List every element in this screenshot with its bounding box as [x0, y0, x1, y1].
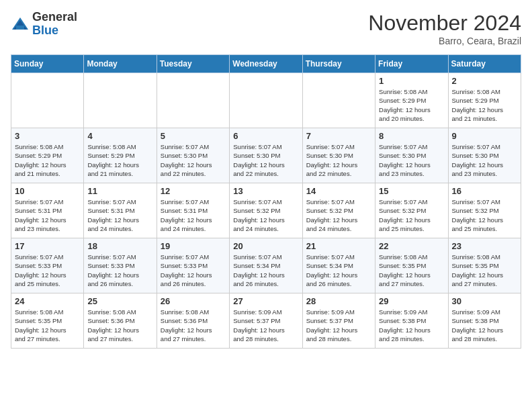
table-cell: 8Sunrise: 5:07 AM Sunset: 5:30 PM Daylig… [375, 128, 448, 183]
table-cell: 12Sunrise: 5:07 AM Sunset: 5:31 PM Dayli… [157, 183, 229, 238]
weekday-header-monday: Monday [84, 55, 157, 73]
page-header: General Blue November 2024 Barro, Ceara,… [11, 11, 521, 46]
day-number: 18 [87, 241, 152, 251]
weekday-header-friday: Friday [375, 55, 448, 73]
day-info: Sunrise: 5:07 AM Sunset: 5:34 PM Dayligh… [306, 253, 371, 288]
table-cell: 30Sunrise: 5:09 AM Sunset: 5:38 PM Dayli… [448, 293, 521, 349]
table-cell: 24Sunrise: 5:08 AM Sunset: 5:35 PM Dayli… [11, 293, 84, 349]
calendar-week-4: 17Sunrise: 5:07 AM Sunset: 5:33 PM Dayli… [11, 238, 521, 293]
table-cell: 25Sunrise: 5:08 AM Sunset: 5:36 PM Dayli… [84, 293, 157, 349]
table-cell: 26Sunrise: 5:08 AM Sunset: 5:36 PM Dayli… [157, 293, 229, 349]
calendar-week-2: 3Sunrise: 5:08 AM Sunset: 5:29 PM Daylig… [11, 128, 521, 183]
day-number: 19 [161, 241, 226, 251]
weekday-header-saturday: Saturday [448, 55, 521, 73]
table-cell: 2Sunrise: 5:08 AM Sunset: 5:29 PM Daylig… [448, 73, 521, 128]
day-info: Sunrise: 5:08 AM Sunset: 5:29 PM Dayligh… [15, 142, 80, 178]
day-number: 4 [87, 131, 152, 141]
day-number: 7 [306, 131, 371, 141]
table-cell: 9Sunrise: 5:07 AM Sunset: 5:30 PM Daylig… [448, 128, 521, 183]
day-info: Sunrise: 5:08 AM Sunset: 5:29 PM Dayligh… [379, 87, 444, 123]
svg-rect-2 [16, 26, 24, 30]
day-number: 27 [233, 296, 298, 306]
day-info: Sunrise: 5:07 AM Sunset: 5:30 PM Dayligh… [452, 142, 517, 178]
table-cell [11, 73, 84, 128]
table-cell: 15Sunrise: 5:07 AM Sunset: 5:32 PM Dayli… [375, 183, 448, 238]
day-number: 23 [452, 241, 517, 251]
day-number: 30 [452, 296, 517, 306]
day-info: Sunrise: 5:07 AM Sunset: 5:31 PM Dayligh… [15, 197, 80, 233]
table-cell: 21Sunrise: 5:07 AM Sunset: 5:34 PM Dayli… [302, 238, 375, 293]
logo: General Blue [11, 11, 77, 38]
table-cell: 27Sunrise: 5:09 AM Sunset: 5:37 PM Dayli… [230, 293, 302, 349]
day-number: 11 [87, 186, 152, 196]
day-number: 5 [161, 131, 226, 141]
day-info: Sunrise: 5:07 AM Sunset: 5:31 PM Dayligh… [87, 197, 152, 233]
day-info: Sunrise: 5:07 AM Sunset: 5:30 PM Dayligh… [233, 142, 298, 178]
day-info: Sunrise: 5:07 AM Sunset: 5:30 PM Dayligh… [161, 142, 226, 178]
table-cell: 13Sunrise: 5:07 AM Sunset: 5:32 PM Dayli… [230, 183, 302, 238]
table-cell: 16Sunrise: 5:07 AM Sunset: 5:32 PM Dayli… [448, 183, 521, 238]
table-cell: 3Sunrise: 5:08 AM Sunset: 5:29 PM Daylig… [11, 128, 84, 183]
day-info: Sunrise: 5:07 AM Sunset: 5:33 PM Dayligh… [15, 253, 80, 288]
day-info: Sunrise: 5:09 AM Sunset: 5:37 PM Dayligh… [233, 308, 298, 343]
day-info: Sunrise: 5:09 AM Sunset: 5:38 PM Dayligh… [452, 308, 517, 343]
day-info: Sunrise: 5:08 AM Sunset: 5:36 PM Dayligh… [161, 308, 226, 343]
day-number: 14 [306, 186, 371, 196]
day-number: 6 [233, 131, 298, 141]
day-number: 22 [379, 241, 444, 251]
logo-general-text: General [32, 11, 77, 24]
day-info: Sunrise: 5:07 AM Sunset: 5:32 PM Dayligh… [452, 197, 517, 233]
day-info: Sunrise: 5:08 AM Sunset: 5:35 PM Dayligh… [452, 253, 517, 288]
table-cell: 1Sunrise: 5:08 AM Sunset: 5:29 PM Daylig… [375, 73, 448, 128]
day-number: 13 [233, 186, 298, 196]
table-cell: 7Sunrise: 5:07 AM Sunset: 5:30 PM Daylig… [302, 128, 375, 183]
day-info: Sunrise: 5:07 AM Sunset: 5:32 PM Dayligh… [306, 197, 371, 233]
day-info: Sunrise: 5:07 AM Sunset: 5:33 PM Dayligh… [87, 253, 152, 288]
calendar-table: SundayMondayTuesdayWednesdayThursdayFrid… [11, 54, 521, 349]
day-info: Sunrise: 5:08 AM Sunset: 5:29 PM Dayligh… [87, 142, 152, 178]
table-cell: 19Sunrise: 5:07 AM Sunset: 5:33 PM Dayli… [157, 238, 229, 293]
day-number: 24 [15, 296, 80, 306]
day-info: Sunrise: 5:07 AM Sunset: 5:31 PM Dayligh… [161, 197, 226, 233]
calendar-body: 1Sunrise: 5:08 AM Sunset: 5:29 PM Daylig… [11, 73, 521, 349]
logo-text: General Blue [32, 11, 77, 38]
calendar-header: SundayMondayTuesdayWednesdayThursdayFrid… [11, 55, 521, 73]
day-info: Sunrise: 5:07 AM Sunset: 5:32 PM Dayligh… [379, 197, 444, 233]
day-number: 21 [306, 241, 371, 251]
day-number: 15 [379, 186, 444, 196]
calendar-week-3: 10Sunrise: 5:07 AM Sunset: 5:31 PM Dayli… [11, 183, 521, 238]
table-cell [230, 73, 302, 128]
day-info: Sunrise: 5:08 AM Sunset: 5:29 PM Dayligh… [452, 87, 517, 123]
table-cell: 17Sunrise: 5:07 AM Sunset: 5:33 PM Dayli… [11, 238, 84, 293]
table-cell: 10Sunrise: 5:07 AM Sunset: 5:31 PM Dayli… [11, 183, 84, 238]
weekday-header-sunday: Sunday [11, 55, 84, 73]
weekday-header-tuesday: Tuesday [157, 55, 229, 73]
table-cell: 14Sunrise: 5:07 AM Sunset: 5:32 PM Dayli… [302, 183, 375, 238]
table-cell: 5Sunrise: 5:07 AM Sunset: 5:30 PM Daylig… [157, 128, 229, 183]
weekday-header-row: SundayMondayTuesdayWednesdayThursdayFrid… [11, 55, 521, 73]
table-cell: 11Sunrise: 5:07 AM Sunset: 5:31 PM Dayli… [84, 183, 157, 238]
day-info: Sunrise: 5:09 AM Sunset: 5:38 PM Dayligh… [379, 308, 444, 343]
table-cell [84, 73, 157, 128]
month-title: November 2024 [368, 11, 521, 36]
day-number: 8 [379, 131, 444, 141]
day-number: 29 [379, 296, 444, 306]
day-info: Sunrise: 5:08 AM Sunset: 5:35 PM Dayligh… [379, 253, 444, 288]
day-number: 2 [452, 76, 517, 86]
weekday-header-wednesday: Wednesday [230, 55, 302, 73]
day-info: Sunrise: 5:08 AM Sunset: 5:35 PM Dayligh… [15, 308, 80, 343]
day-info: Sunrise: 5:09 AM Sunset: 5:37 PM Dayligh… [306, 308, 371, 343]
day-info: Sunrise: 5:07 AM Sunset: 5:32 PM Dayligh… [233, 197, 298, 233]
day-info: Sunrise: 5:07 AM Sunset: 5:33 PM Dayligh… [161, 253, 226, 288]
day-number: 20 [233, 241, 298, 251]
day-number: 28 [306, 296, 371, 306]
table-cell: 6Sunrise: 5:07 AM Sunset: 5:30 PM Daylig… [230, 128, 302, 183]
day-number: 16 [452, 186, 517, 196]
table-cell: 18Sunrise: 5:07 AM Sunset: 5:33 PM Dayli… [84, 238, 157, 293]
logo-blue-text: Blue [32, 24, 77, 38]
table-cell: 20Sunrise: 5:07 AM Sunset: 5:34 PM Dayli… [230, 238, 302, 293]
logo-icon [11, 15, 30, 34]
day-number: 25 [87, 296, 152, 306]
table-cell: 23Sunrise: 5:08 AM Sunset: 5:35 PM Dayli… [448, 238, 521, 293]
table-cell: 22Sunrise: 5:08 AM Sunset: 5:35 PM Dayli… [375, 238, 448, 293]
